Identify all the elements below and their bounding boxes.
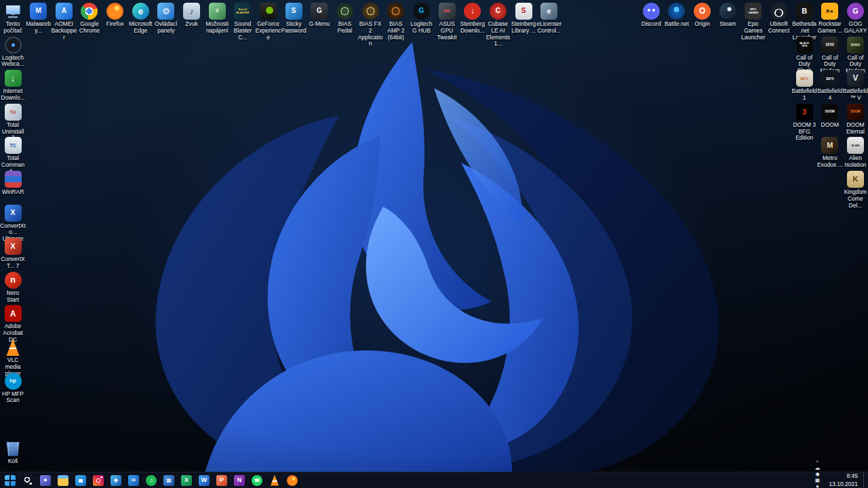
taskbar-clock[interactable]: 8:45 13.10.2021 [823, 472, 862, 487]
desktop-icon-bias-fx2[interactable]: BIAS FX 2 Application [357, 3, 383, 47]
firefox-icon [106, 3, 123, 20]
desktop-icon-steam[interactable]: Steam [715, 3, 741, 28]
steam-label: Steam [715, 21, 741, 28]
sticky-password-label: Sticky Password [281, 21, 307, 35]
photos-icon: ◈ [111, 475, 121, 486]
desktop-icon-google-chrome[interactable]: Google Chrome [77, 3, 102, 35]
firefox-label: Firefox [102, 21, 128, 28]
desktop-icon-bethesda-launcher[interactable]: BBethesda.net Launcher [791, 3, 817, 41]
desktop-icon-cubase[interactable]: CCubase LE AI Elements 1... [485, 3, 511, 47]
metro-exodus-label: Metro Exodus ... [817, 155, 843, 169]
desktop-icon-rockstar-games[interactable]: R★Rockstar Games ... [817, 3, 843, 35]
desktop-icon-steinberg-download[interactable]: ↓Steinberg Downlo... [460, 3, 486, 35]
desktop-icon-doom-eternal[interactable]: DOOMDOOM Eternal [842, 104, 868, 136]
desktop-icon-vlc-player[interactable]: VLC media player [0, 339, 26, 377]
desktop-icon-g-menu[interactable]: GG-Menu [307, 3, 332, 28]
desktop-icon-malwarebytes[interactable]: MMalwareby... [26, 3, 52, 35]
taskbar-mail-button[interactable]: ✉ [127, 474, 140, 487]
desktop-icon-power-options[interactable]: ⚡Možnosti napájení [204, 3, 230, 35]
origin-label: Origin [690, 21, 715, 28]
desktop-icon-total-uninstall[interactable]: TUTotal Uninstall 7 [0, 104, 26, 142]
hp-mfp-scan-icon: hp [5, 373, 22, 390]
rockstar-games-label: Rockstar Games ... [817, 21, 843, 35]
desktop-icon-control-panel[interactable]: ⚙Ovládací panely [153, 3, 179, 35]
desktop-icon-battle-net[interactable]: Battle.net [664, 3, 690, 28]
desktop-icon-nero-start[interactable]: nNero Start [0, 272, 26, 304]
taskbar-vlc-button[interactable] [268, 474, 281, 487]
steam-icon [719, 3, 736, 20]
taskbar-start-button[interactable] [3, 474, 17, 487]
taskbar-excel-button[interactable]: X [180, 474, 193, 487]
desktop-icon-doom-3-bfg[interactable]: 3DOOM 3 BFG Edition [791, 104, 817, 142]
taskbar-whatsapp-button[interactable]: ☎ [250, 474, 264, 487]
desktop-icon-hp-mfp-scan[interactable]: hpHP MFP Scan [0, 373, 26, 405]
desktop-icon-winrar[interactable]: WinRAR [0, 171, 26, 196]
sound-blaster-icon: Sound BLASTER [234, 3, 251, 20]
desktop-icon-adobe-acrobat[interactable]: AAdobe Acrobat DC [0, 305, 26, 343]
desktop-icon-aomei-backupper[interactable]: AAOMEI Backupper [51, 3, 77, 41]
desktop-icon-steinberg-library[interactable]: SSteinberg Library ... [511, 3, 536, 35]
desktop-icon-epic-games[interactable]: EPIC GAMESEpic Games Launcher [741, 3, 766, 41]
taskbar-firefox-button[interactable] [285, 474, 299, 487]
doom-eternal-icon: DOOM [847, 104, 864, 121]
origin-icon: O [694, 3, 711, 20]
desktop-icon-ubisoft-connect[interactable]: Ubisoft Connect [766, 3, 792, 35]
taskbar-file-explorer-button[interactable] [56, 474, 70, 487]
winrar-icon [5, 171, 22, 188]
desktop-icon-asus-gpu-tweak[interactable]: GPUASUS GPU TweakII [434, 3, 460, 41]
taskbar-instagram-button[interactable] [92, 474, 105, 487]
taskbar-powerpoint-button[interactable]: P [215, 474, 229, 487]
tray-hidden-icons-chevron[interactable]: ^ [812, 459, 822, 465]
taskbar-spotify-button[interactable]: ♫ [144, 474, 158, 487]
taskbar-search-button[interactable] [21, 474, 35, 487]
cod-modern-warfare-icon: MW [821, 37, 838, 54]
sound-blaster-label: Sound Blaster C... [230, 21, 256, 41]
calculator-icon: ▦ [163, 475, 174, 486]
malwarebytes-icon: M [30, 3, 47, 20]
desktop-icon-alien-isolation[interactable]: ALIENAlien Isolation [842, 137, 868, 169]
discord-label: Discord [638, 21, 664, 28]
show-desktop-button[interactable] [863, 472, 867, 488]
desktop-icon-discord[interactable]: Discord [638, 3, 664, 28]
desktop-icon-kingdom-come[interactable]: KKingdom Come Del... [842, 171, 868, 209]
desktop-icon-metro-exodus[interactable]: MMetro Exodus ... [817, 137, 843, 169]
desktop-icon-origin[interactable]: OOrigin [690, 3, 715, 28]
desktop-icon-logitech-webcam[interactable]: Logitech Webca... [0, 37, 26, 68]
convertx-7-label: ConvertXT... 7 [0, 256, 26, 270]
taskbar-word-button[interactable]: W [197, 474, 211, 487]
taskbar-photos-button[interactable]: ◈ [109, 474, 123, 487]
desktop-icon-logitech-ghub[interactable]: GLogitech G HUB [408, 3, 434, 35]
desktop-icon-doom[interactable]: DOOMDOOM [817, 104, 843, 129]
desktop-icon-battlefield-v[interactable]: VBattlefield™ V [842, 70, 868, 102]
desktop-icon-microsoft-edge[interactable]: eMicrosoft Edge [127, 3, 153, 35]
desktop-icon-bias-amp2[interactable]: BIAS AMP 2 (64bit) [383, 3, 409, 41]
desktop-icon-battlefield-4[interactable]: BF4Battlefield 4 [817, 70, 843, 102]
desktop-icon-this-pc[interactable]: Tento počítač [0, 3, 26, 35]
taskbar-onenote-button[interactable]: N [233, 474, 246, 487]
taskbar-microsoft-store-button[interactable] [74, 474, 87, 487]
desktop-icon-elicenser[interactable]: eeLicenser Control... [536, 3, 562, 35]
sticky-password-icon: S [285, 3, 302, 20]
desktop-icon-sound[interactable]: ♪Zvuk [179, 3, 205, 28]
desktop-icon-internet-download-manager[interactable]: ↓Internet Downlo... [0, 70, 26, 102]
desktop-icon-recycle-bin[interactable]: Koš [0, 440, 26, 465]
desktop-icon-sticky-password[interactable]: SSticky Password [281, 3, 307, 35]
tray-security-shield[interactable]: ◆ [812, 471, 822, 477]
desktop-icon-convertx-7[interactable]: XConvertXT... 7 [0, 238, 26, 270]
desktop-icon-gog-galaxy[interactable]: GGOG GALAXY [842, 3, 868, 35]
desktop-icon-sound-blaster[interactable]: Sound BLASTERSound Blaster C... [230, 3, 256, 41]
file-explorer-icon [58, 475, 68, 486]
tray-onedrive[interactable]: ☁ [812, 465, 822, 471]
desktop-icon-battlefield-1[interactable]: BF1Battlefield 1 [791, 70, 817, 102]
taskbar-calculator-button[interactable]: ▦ [162, 474, 176, 487]
desktop-icon-total-commander[interactable]: TCTotal Command... [0, 137, 26, 175]
gog-galaxy-label: GOG GALAXY [842, 21, 868, 35]
desktop-icon-firefox[interactable]: Firefox [102, 3, 128, 28]
desktop-icon-bias-pedal[interactable]: BIAS Pedal [332, 3, 357, 35]
desktop-icon-geforce-experience[interactable]: GeForce Experience [256, 3, 281, 41]
g-menu-label: G-Menu [307, 21, 332, 28]
tray-audio-manager[interactable]: ● [812, 483, 822, 488]
cod-black-ops-icon: BLACK OPS [796, 37, 813, 54]
taskbar-teams-chat-button[interactable] [39, 474, 52, 487]
tray-gpu-monitor[interactable]: ▣ [812, 477, 822, 483]
